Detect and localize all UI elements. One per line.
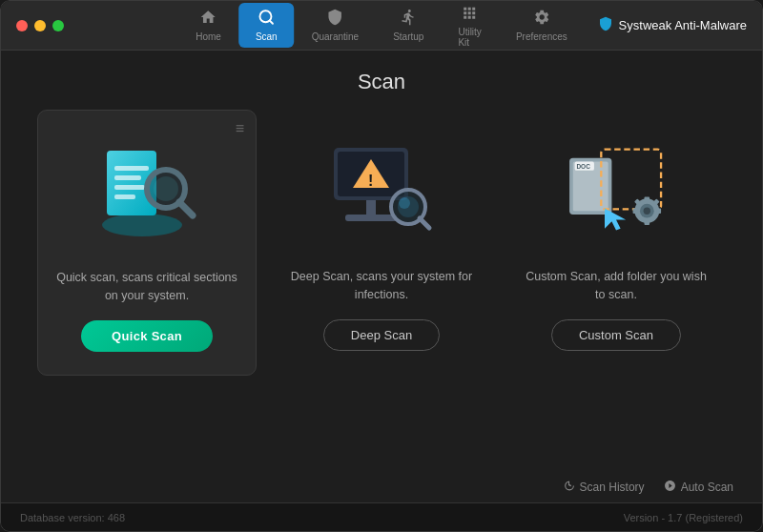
database-version: Database version: 468 <box>20 512 125 523</box>
main-content: Scan ≡ <box>1 51 762 502</box>
custom-scan-button[interactable]: Custom Scan <box>551 319 681 351</box>
deep-scan-description: Deep Scan, scans your system for infecti… <box>287 268 476 304</box>
scan-icon <box>258 9 275 29</box>
main-nav: Home Scan Quarantine Startup <box>178 0 585 53</box>
tab-quarantine[interactable]: Quarantine <box>295 3 376 48</box>
svg-rect-30 <box>645 220 650 225</box>
close-button[interactable] <box>16 20 28 31</box>
svg-rect-4 <box>114 166 149 171</box>
brand-shield-icon <box>598 16 613 35</box>
tab-startup-label: Startup <box>393 31 423 42</box>
preferences-icon <box>533 9 550 29</box>
traffic-lights <box>16 20 64 31</box>
svg-rect-6 <box>114 185 145 190</box>
svg-line-1 <box>270 20 273 23</box>
minimize-button[interactable] <box>34 20 46 31</box>
svg-line-20 <box>420 218 429 228</box>
quick-scan-description: Quick scan, scans critical sections on y… <box>53 269 240 305</box>
tab-scan-label: Scan <box>256 31 278 42</box>
auto-scan-label: Auto Scan <box>681 481 733 494</box>
card-menu-icon[interactable]: ≡ <box>236 120 244 137</box>
quick-scan-card: ≡ <box>37 110 257 376</box>
custom-scan-description: Custom Scan, add folder you wish to scan… <box>522 268 711 304</box>
svg-line-10 <box>179 202 193 215</box>
app-version: Version - 1.7 (Registered) <box>624 512 743 523</box>
tab-home[interactable]: Home <box>178 3 238 48</box>
custom-scan-card: DOC <box>506 110 726 374</box>
tab-preferences[interactable]: Preferences <box>499 3 585 48</box>
maximize-button[interactable] <box>52 20 64 31</box>
quarantine-icon <box>326 9 343 29</box>
status-bar: Database version: 468 Version - 1.7 (Reg… <box>1 502 762 531</box>
brand-name: Systweak Anti-Malware <box>619 18 747 32</box>
svg-text:!: ! <box>368 173 373 189</box>
svg-point-9 <box>154 176 178 201</box>
svg-marker-35 <box>605 208 626 230</box>
svg-point-19 <box>399 197 410 209</box>
tab-preferences-label: Preferences <box>516 31 567 42</box>
svg-text:DOC: DOC <box>576 163 590 170</box>
svg-rect-5 <box>114 175 141 180</box>
app-window: Home Scan Quarantine Startup <box>0 0 763 532</box>
startup-icon <box>400 9 417 29</box>
svg-point-2 <box>102 214 182 236</box>
tab-quarantine-label: Quarantine <box>312 31 359 42</box>
auto-scan-action[interactable]: Auto Scan <box>664 480 733 495</box>
scan-history-label: Scan History <box>580 481 645 494</box>
tab-utility-kit-label: Utility Kit <box>458 27 481 48</box>
titlebar: Home Scan Quarantine Startup <box>1 1 762 51</box>
scan-history-action[interactable]: Scan History <box>563 480 645 495</box>
brand: Systweak Anti-Malware <box>598 16 747 35</box>
deep-scan-button[interactable]: Deep Scan <box>323 319 440 351</box>
history-icon <box>563 480 575 495</box>
svg-point-28 <box>644 208 650 215</box>
utility-kit-icon <box>462 4 479 24</box>
svg-rect-7 <box>114 194 135 199</box>
svg-rect-29 <box>645 196 650 201</box>
svg-rect-31 <box>633 208 638 214</box>
quick-scan-illustration <box>85 130 209 254</box>
auto-scan-icon <box>664 480 676 495</box>
deep-scan-card: ! Deep Scan, scans your system for infec… <box>272 110 491 374</box>
page-title: Scan <box>1 51 762 110</box>
svg-rect-16 <box>345 215 397 221</box>
svg-rect-32 <box>656 208 661 214</box>
tab-utility-kit[interactable]: Utility Kit <box>441 0 498 53</box>
quick-scan-button[interactable]: Quick Scan <box>81 320 213 352</box>
custom-scan-illustration: DOC <box>554 129 678 253</box>
footer-actions: Scan History Auto Scan <box>1 476 762 502</box>
deep-scan-illustration: ! <box>320 129 443 253</box>
tab-home-label: Home <box>196 31 221 42</box>
home-icon <box>200 9 217 29</box>
scan-cards-container: ≡ <box>1 110 762 476</box>
tab-scan[interactable]: Scan <box>238 3 295 48</box>
tab-startup[interactable]: Startup <box>376 3 441 48</box>
